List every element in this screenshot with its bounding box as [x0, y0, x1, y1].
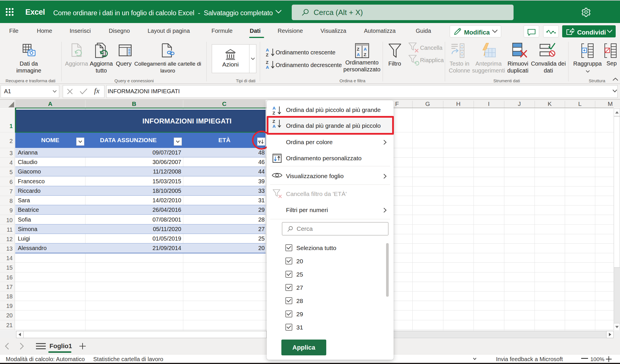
svg-text:A: A [364, 47, 367, 52]
svg-text:Z: Z [266, 60, 268, 65]
svg-text:Z: Z [364, 52, 366, 57]
svg-text:Z: Z [266, 52, 268, 57]
svg-text:Z: Z [357, 47, 359, 52]
svg-text:Z: Z [272, 119, 275, 124]
svg-text:A: A [357, 52, 360, 57]
svg-text:A: A [272, 124, 276, 129]
svg-text:A: A [266, 65, 269, 70]
svg-text:A: A [266, 47, 269, 52]
svg-text:Z: Z [272, 110, 275, 115]
svg-text:A: A [272, 106, 276, 110]
